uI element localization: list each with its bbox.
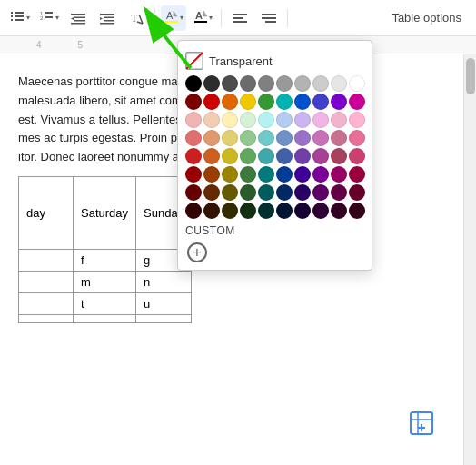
clear-format-btn[interactable]: T <box>124 5 149 31</box>
color-swatch[interactable] <box>240 184 256 201</box>
text-color-btn[interactable]: A ▾ <box>190 5 215 31</box>
transparent-label: Transparent <box>209 54 273 68</box>
color-swatch[interactable] <box>312 130 329 146</box>
color-swatch[interactable] <box>185 184 202 201</box>
svg-rect-26 <box>194 21 207 23</box>
transparent-option[interactable]: Transparent <box>185 48 364 75</box>
color-swatch[interactable] <box>203 148 220 164</box>
svg-rect-12 <box>74 20 85 22</box>
color-swatch[interactable] <box>294 94 311 110</box>
color-swatch[interactable] <box>294 75 311 92</box>
color-swatch[interactable] <box>312 112 329 128</box>
color-swatch[interactable] <box>185 148 202 164</box>
svg-rect-33 <box>269 21 276 23</box>
color-swatch[interactable] <box>312 166 329 183</box>
color-swatch[interactable] <box>331 130 347 146</box>
right-scrollbar[interactable] <box>463 54 476 465</box>
color-swatch[interactable] <box>276 203 293 219</box>
list-bullet-btn[interactable]: ▾ <box>7 5 33 31</box>
color-swatch[interactable] <box>203 112 220 128</box>
color-swatch[interactable] <box>258 148 274 164</box>
color-swatch[interactable] <box>294 148 311 164</box>
color-swatch[interactable] <box>203 203 220 219</box>
color-swatch[interactable] <box>258 75 274 92</box>
color-swatch[interactable] <box>258 130 274 146</box>
color-swatch[interactable] <box>222 148 238 164</box>
indent-decrease-btn[interactable] <box>65 5 91 31</box>
color-swatch[interactable] <box>349 184 365 201</box>
table-options-btn[interactable]: Table options <box>384 7 469 28</box>
color-swatch[interactable] <box>258 112 274 128</box>
color-swatch[interactable] <box>203 166 220 183</box>
color-swatch[interactable] <box>185 203 202 219</box>
color-swatch[interactable] <box>294 184 311 201</box>
add-table-btn[interactable] <box>407 409 436 438</box>
color-swatch[interactable] <box>222 112 238 128</box>
color-swatch[interactable] <box>331 203 347 219</box>
color-swatch[interactable] <box>185 112 202 128</box>
color-swatch[interactable] <box>312 203 329 219</box>
color-swatch[interactable] <box>312 184 329 201</box>
color-swatch[interactable] <box>240 112 256 128</box>
color-swatch[interactable] <box>240 148 256 164</box>
color-swatch[interactable] <box>312 94 329 110</box>
color-swatch[interactable] <box>349 94 365 110</box>
color-swatch[interactable] <box>222 166 238 183</box>
color-swatch[interactable] <box>349 148 365 164</box>
color-swatch[interactable] <box>294 203 311 219</box>
color-swatch[interactable] <box>203 94 220 110</box>
color-swatch[interactable] <box>185 94 202 110</box>
color-swatch[interactable] <box>294 112 311 128</box>
color-swatch[interactable] <box>276 166 293 183</box>
color-swatch[interactable] <box>276 184 293 201</box>
color-swatch[interactable] <box>349 166 365 183</box>
color-swatch[interactable] <box>331 94 347 110</box>
color-swatch[interactable] <box>331 166 347 183</box>
highlight-color-btn[interactable]: A ▾ <box>161 5 186 31</box>
indent-increase-btn[interactable] <box>94 5 120 31</box>
color-swatch[interactable] <box>258 94 274 110</box>
color-swatch[interactable] <box>349 203 365 219</box>
color-swatch[interactable] <box>294 166 311 183</box>
color-swatch[interactable] <box>203 130 220 146</box>
color-swatch[interactable] <box>258 166 274 183</box>
color-swatch[interactable] <box>331 75 347 92</box>
color-swatch[interactable] <box>185 75 202 92</box>
list-numbered-btn[interactable]: 1. 2. ▾ <box>36 5 62 31</box>
color-swatch[interactable] <box>276 75 293 92</box>
color-swatch[interactable] <box>222 184 238 201</box>
color-swatch[interactable] <box>240 166 256 183</box>
color-swatch[interactable] <box>349 130 365 146</box>
color-swatch[interactable] <box>185 130 202 146</box>
align-right-btn[interactable] <box>256 5 282 31</box>
color-swatch[interactable] <box>349 75 365 92</box>
svg-marker-19 <box>100 17 103 20</box>
color-swatch[interactable] <box>331 184 347 201</box>
color-swatch[interactable] <box>240 94 256 110</box>
color-swatch[interactable] <box>276 112 293 128</box>
color-swatch[interactable] <box>222 94 238 110</box>
color-swatch[interactable] <box>222 203 238 219</box>
color-swatch[interactable] <box>240 203 256 219</box>
color-swatch[interactable] <box>276 148 293 164</box>
color-swatch[interactable] <box>331 112 347 128</box>
color-swatch[interactable] <box>222 130 238 146</box>
custom-add-btn[interactable]: + <box>187 242 364 262</box>
color-swatch[interactable] <box>294 130 311 146</box>
color-swatch[interactable] <box>276 94 293 110</box>
color-swatch[interactable] <box>276 130 293 146</box>
color-swatch[interactable] <box>222 75 238 92</box>
align-left-btn[interactable] <box>227 5 253 31</box>
color-swatch[interactable] <box>240 130 256 146</box>
color-swatch[interactable] <box>331 148 347 164</box>
toolbar: ▾ 1. 2. ▾ T <box>0 0 476 36</box>
color-swatch[interactable] <box>349 112 365 128</box>
color-swatch[interactable] <box>203 75 220 92</box>
color-swatch[interactable] <box>258 184 274 201</box>
color-swatch[interactable] <box>185 166 202 183</box>
color-swatch[interactable] <box>203 184 220 201</box>
color-swatch[interactable] <box>312 75 329 92</box>
color-swatch[interactable] <box>312 148 329 164</box>
color-swatch[interactable] <box>258 203 274 219</box>
color-swatch[interactable] <box>240 75 256 92</box>
